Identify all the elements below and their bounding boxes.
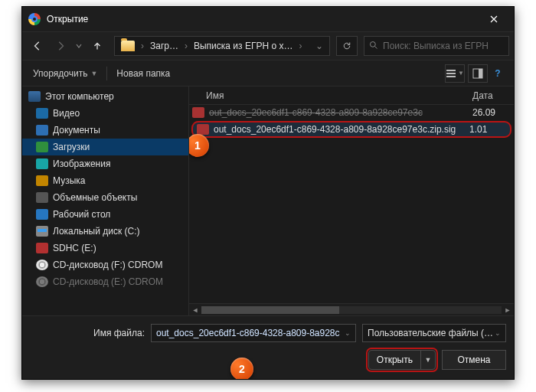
organize-label: Упорядочить (33, 68, 87, 79)
tree-item-label: Видео (53, 108, 80, 119)
tree-item-documents[interactable]: Документы (22, 122, 188, 139)
chrome-icon (28, 13, 41, 25)
svg-rect-1 (446, 70, 456, 71)
chevron-down-icon: ▼ (90, 70, 97, 77)
file-list: Имя Дата out_docs_20ec6df1-c869-4328-a80… (189, 87, 514, 315)
preview-pane-button[interactable] (468, 64, 488, 83)
filetype-filter-combobox[interactable]: Пользовательские файлы (*.s ⌄ (362, 324, 506, 342)
organize-menu[interactable]: Упорядочить ▼ (28, 65, 102, 82)
svg-point-0 (371, 41, 376, 47)
annotation-callout-2: 2 (230, 358, 253, 380)
tree-item-label: CD-дисковод (F:) CDROM (53, 260, 162, 270)
open-button-dropdown[interactable]: ▼ (421, 356, 435, 364)
filename-combobox[interactable]: out_docs_20ec6df1-c869-4328-a809-8a928c … (151, 324, 356, 342)
3d-objects-icon (36, 192, 48, 203)
music-icon (36, 175, 48, 186)
crumb-sep-icon: › (139, 41, 145, 51)
file-icon (192, 107, 204, 118)
crumb-sep-icon: › (183, 41, 189, 51)
forward-button[interactable] (50, 35, 71, 57)
address-bar[interactable]: › Загр… › Выписка из ЕГРН о х… › ⌄ (114, 36, 330, 56)
recent-dropdown[interactable] (73, 35, 85, 57)
images-icon (36, 158, 48, 169)
file-date: 26.09 (472, 107, 514, 118)
documents-icon (36, 125, 48, 136)
svg-rect-2 (446, 73, 456, 74)
file-row-selected[interactable]: out_docs_20ec6df1-c869-4328-a809-8a928ce… (192, 122, 511, 137)
disk-icon (36, 226, 48, 237)
breadcrumb-2[interactable]: Выписка из ЕГРН о х… (189, 41, 297, 51)
tree-item-desktop[interactable]: Рабочий стол (22, 206, 188, 223)
cancel-button-label: Отмена (457, 354, 490, 365)
crumb-sep-icon: › (297, 41, 303, 51)
tree-item-label: Музыка (53, 175, 85, 186)
navigation-tree[interactable]: Этот компьютер Видео Документы Загрузки … (22, 87, 189, 315)
video-icon (36, 108, 48, 119)
back-button[interactable] (27, 35, 48, 57)
tree-root-label: Этот компьютер (45, 91, 114, 102)
address-history-dropdown[interactable]: ⌄ (311, 41, 328, 51)
file-date: 1.01 (469, 124, 511, 135)
cd-drive-icon (36, 276, 48, 287)
scroll-right-button[interactable]: ► (502, 304, 514, 316)
dialog-footer: Имя файла: out_docs_20ec6df1-c869-4328-a… (22, 315, 514, 379)
window-title: Открытие (47, 14, 477, 24)
tree-item-images[interactable]: Изображения (22, 155, 188, 172)
search-icon (369, 41, 378, 52)
tree-item-3d-objects[interactable]: Объемные объекты (22, 189, 188, 206)
tree-item-local-disk-c[interactable]: Локальный диск (C:) (22, 223, 188, 240)
tree-item-music[interactable]: Музыка (22, 172, 188, 189)
chevron-down-icon: ⌄ (345, 329, 351, 337)
refresh-button[interactable] (336, 36, 358, 56)
svg-rect-5 (479, 69, 482, 78)
tree-item-label: Рабочий стол (53, 209, 110, 220)
open-button-label: Открыть (369, 351, 421, 369)
scrollbar-thumb[interactable] (201, 306, 339, 314)
scroll-left-button[interactable]: ◄ (189, 304, 201, 316)
new-folder-label: Новая папка (116, 68, 170, 79)
file-icon (197, 124, 209, 135)
filename-value: out_docs_20ec6df1-c869-4328-a809-8a928c (156, 328, 340, 338)
file-name: out_docs_20ec6df1-c869-4328-a809-8a928ce… (209, 107, 472, 118)
sd-card-icon (36, 243, 48, 253)
pc-icon (28, 91, 41, 102)
annotation-callout-1: 1 (189, 134, 209, 157)
tree-item-cd-drive-e[interactable]: CD-дисковод (E:) CDROM (22, 273, 188, 290)
downloads-icon (36, 142, 48, 152)
separator (106, 67, 107, 80)
tree-item-label: Документы (53, 125, 100, 136)
navbar: › Загр… › Выписка из ЕГРН о х… › ⌄ Поиск… (22, 31, 514, 60)
breadcrumb-1[interactable]: Загр… (145, 41, 183, 51)
tree-root-this-pc[interactable]: Этот компьютер (22, 88, 188, 105)
view-options-button[interactable]: ▼ (445, 64, 465, 83)
tree-item-label: Объемные объекты (53, 192, 137, 203)
tree-item-cd-drive-f[interactable]: CD-дисковод (F:) CDROM (22, 256, 188, 273)
column-header-name[interactable]: Имя (206, 90, 472, 101)
cd-drive-icon (36, 260, 48, 270)
column-header-date[interactable]: Дата (472, 90, 514, 101)
tree-item-label: SDHC (E:) (53, 243, 96, 253)
close-button[interactable] (477, 7, 511, 31)
tree-item-label: Загрузки (53, 142, 90, 152)
tree-item-video[interactable]: Видео (22, 105, 188, 122)
horizontal-scrollbar[interactable]: ◄ ► (189, 303, 514, 315)
filetype-filter-value: Пользовательские файлы (*.s (368, 328, 495, 338)
new-folder-button[interactable]: Новая папка (112, 65, 175, 82)
search-placeholder: Поиск: Выписка из ЕГРН (383, 41, 504, 51)
file-list-header[interactable]: Имя Дата (189, 87, 514, 105)
cancel-button[interactable]: Отмена (442, 350, 506, 370)
up-button[interactable] (87, 35, 108, 57)
file-row[interactable]: out_docs_20ec6df1-c869-4328-a809-8a928ce… (189, 105, 514, 120)
tree-item-label: Локальный диск (C:) (53, 226, 140, 237)
chevron-down-icon: ⌄ (495, 329, 501, 337)
tree-item-sdhc-e[interactable]: SDHC (E:) (22, 240, 188, 256)
file-open-dialog: Открытие › Загр… › Выписка из ЕГРН о х… … (21, 6, 515, 380)
desktop-icon (36, 209, 48, 220)
tree-item-label: CD-дисковод (E:) CDROM (53, 276, 163, 287)
toolbar: Упорядочить ▼ Новая папка ▼ ? (22, 60, 514, 87)
open-button[interactable]: Открыть ▼ (368, 350, 436, 370)
help-button[interactable]: ? (488, 64, 508, 83)
tree-item-downloads[interactable]: Загрузки (22, 139, 188, 155)
file-list-rows: out_docs_20ec6df1-c869-4328-a809-8a928ce… (189, 105, 514, 303)
search-input[interactable]: Поиск: Выписка из ЕГРН (364, 36, 509, 56)
